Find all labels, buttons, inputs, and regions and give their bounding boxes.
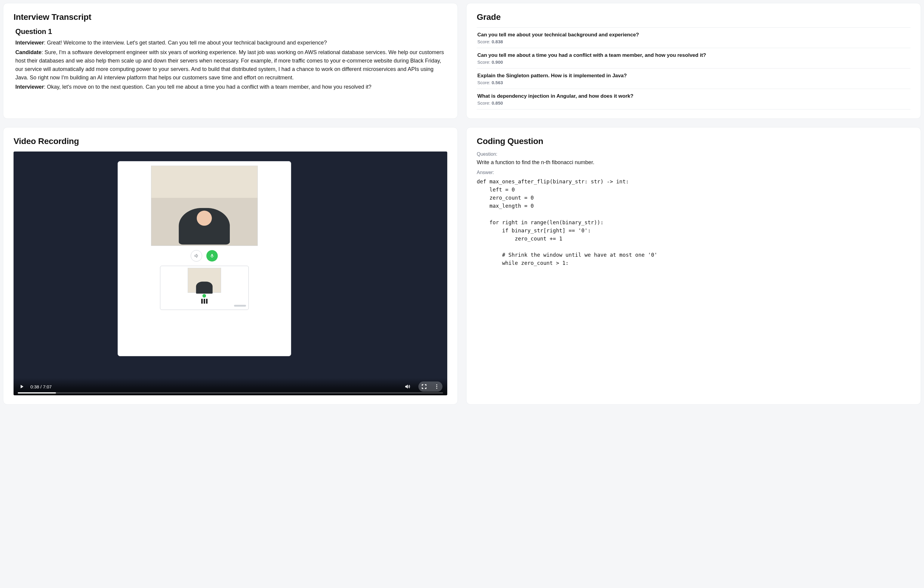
grade-list: Can you tell me about your technical bac…	[477, 27, 911, 109]
panel-title: Video Recording	[13, 137, 447, 146]
grade-row[interactable]: Explain the Singleton pattern. How is it…	[477, 69, 911, 89]
play-button[interactable]	[18, 383, 25, 390]
transcript-turn: Interviewer: Great! Welcome to the inter…	[15, 39, 446, 47]
panel-title: Coding Question	[477, 137, 911, 146]
fullscreen-button[interactable]	[421, 383, 427, 390]
speaker-role: Candidate	[15, 49, 41, 55]
call-controls	[191, 250, 218, 262]
webcam-thumbnail	[151, 166, 258, 246]
svg-point-2	[436, 386, 437, 387]
utterance-text: : Great! Welcome to the interview. Let's…	[44, 40, 327, 46]
speaker-role: Interviewer	[15, 84, 44, 90]
panel-title: Grade	[477, 12, 911, 22]
svg-rect-0	[211, 254, 213, 256]
grade-question: Explain the Singleton pattern. How is it…	[477, 73, 910, 79]
question-label: Question:	[477, 152, 911, 157]
video-player[interactable]: 0:38 / 7:07	[13, 152, 447, 395]
grade-panel: Grade Can you tell me about your technic…	[466, 3, 921, 119]
question-heading: Question 1	[15, 27, 446, 36]
video-progress-bar[interactable]	[18, 392, 443, 394]
grade-row[interactable]: Can you tell me about a time you had a c…	[477, 48, 911, 69]
video-recording-panel: Video Recording	[3, 127, 458, 405]
answer-code: def max_ones_after_flip(binary_str: str)…	[477, 178, 911, 267]
microphone-icon	[206, 250, 218, 262]
transcript-body: Question 1 Interviewer: Great! Welcome t…	[13, 27, 447, 92]
grade-score: Score: 0.900	[477, 59, 910, 65]
grade-question: What is dependency injection in Angular,…	[477, 93, 910, 99]
svg-point-1	[436, 384, 437, 385]
video-controls-bar: 0:38 / 7:07	[13, 378, 447, 395]
svg-point-3	[436, 388, 437, 389]
grade-score: Score: 0.563	[477, 80, 910, 85]
answer-label: Answer:	[477, 170, 911, 175]
grade-question: Can you tell me about a time you had a c…	[477, 52, 910, 58]
transcript-turn: Candidate: Sure, I'm a software developm…	[15, 48, 446, 82]
more-options-button[interactable]	[434, 383, 440, 390]
grade-row[interactable]: What is dependency injection in Angular,…	[477, 89, 911, 109]
transcript-turn: Interviewer: Okay, let's move on to the …	[15, 83, 446, 91]
panel-title: Interview Transcript	[13, 12, 447, 22]
grade-row[interactable]: Can you tell me about your technical bac…	[477, 27, 911, 48]
utterance-text: : Sure, I'm a software development engin…	[15, 49, 444, 81]
volume-button[interactable]	[404, 383, 411, 390]
grade-question: Can you tell me about your technical bac…	[477, 32, 910, 38]
video-content-preview	[117, 161, 291, 356]
interview-transcript-panel: Interview Transcript Question 1 Intervie…	[3, 3, 458, 119]
video-time-label: 0:38 / 7:07	[30, 384, 52, 389]
coding-question-panel: Coding Question Question: Write a functi…	[466, 127, 921, 405]
grade-score: Score: 0.850	[477, 100, 910, 105]
speaker-icon	[191, 250, 202, 262]
nested-preview	[160, 266, 249, 310]
question-text: Write a function to find the n-th fibona…	[477, 159, 911, 166]
utterance-text: : Okay, let's move on to the next questi…	[44, 84, 371, 90]
speaker-role: Interviewer	[15, 40, 44, 46]
grade-score: Score: 0.838	[477, 39, 910, 44]
